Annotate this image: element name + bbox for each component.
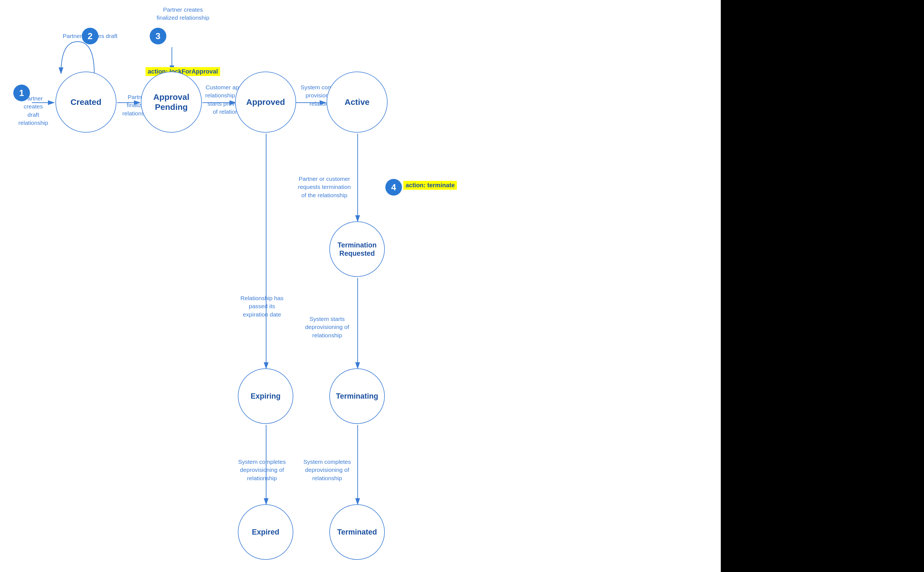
state-approved: Approved (235, 72, 296, 133)
state-terminated: Terminated (329, 504, 385, 560)
badge-3: 3 (150, 28, 166, 44)
state-created: Created (56, 72, 116, 133)
annotation-system-starts-deprovisioning: System startsdeprovisioning ofrelationsh… (297, 315, 358, 339)
badge-1: 1 (13, 85, 30, 101)
annotation-system-completes-deprovisioning-expiring: System completesdeprovisioning ofrelatio… (233, 458, 291, 482)
state-approval-pending: ApprovalPending (141, 72, 202, 133)
state-expired: Expired (238, 504, 293, 560)
annotation-expiration: Relationship haspassed itsexpiration dat… (233, 294, 291, 319)
annotation-partner-creates-finalized: Partner createsfinalized relationship (155, 6, 211, 22)
diagram-container: 1 Partner createsdraft relationship 2 Pa… (0, 0, 721, 572)
annotation-partner-requests-termination: Partner or customerrequests terminationo… (295, 175, 353, 199)
badge-2: 2 (82, 28, 98, 44)
state-active: Active (327, 72, 388, 133)
black-panel (721, 0, 924, 572)
state-expiring: Expiring (238, 368, 293, 424)
state-terminating: Terminating (329, 368, 385, 424)
badge-4: 4 (385, 179, 402, 196)
action-terminate: action: terminate (403, 181, 457, 190)
annotation-system-completes-deprovisioning-terminating: System completesdeprovisioning ofrelatio… (297, 458, 358, 482)
state-termination-requested: TerminationRequested (329, 221, 385, 277)
